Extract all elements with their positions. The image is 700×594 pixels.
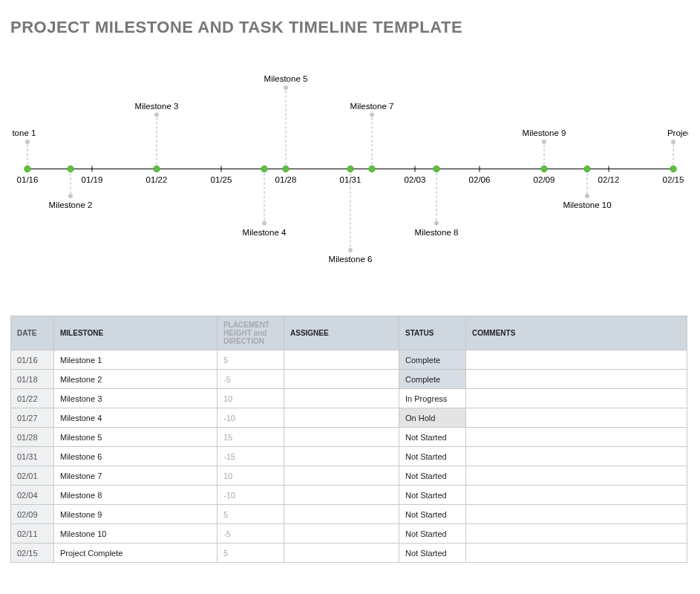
cell: Project Complete <box>54 544 217 563</box>
milestone-label: Milestone 4 <box>242 228 286 237</box>
axis-tick-label: 01/25 <box>210 175 232 184</box>
cell: -15 <box>217 447 284 466</box>
cell: 10 <box>217 466 284 486</box>
cell <box>284 486 399 505</box>
cell <box>466 428 687 447</box>
cell: 01/27 <box>11 408 54 428</box>
table-row: 02/09Milestone 95Not Started <box>11 505 687 524</box>
table-row: 02/15Project Complete5Not Started <box>11 544 687 563</box>
cell <box>466 447 687 466</box>
milestone-tip <box>671 140 676 144</box>
milestone-tip <box>154 113 159 117</box>
table-row: 01/18Milestone 2-5Complete <box>11 370 687 389</box>
cell <box>284 408 399 428</box>
cell: On Hold <box>399 408 466 428</box>
table-row: 01/16Milestone 15Complete <box>11 350 687 370</box>
cell: Milestone 3 <box>54 389 217 408</box>
cell <box>466 408 687 428</box>
cell <box>466 389 687 408</box>
cell: Milestone 6 <box>54 447 217 466</box>
table-row: 01/22Milestone 310In Progress <box>11 389 687 408</box>
milestone-label: Project Complete <box>667 128 687 137</box>
milestone-tip <box>542 140 546 144</box>
cell: 02/11 <box>11 524 54 544</box>
cell: Not Started <box>399 544 466 563</box>
milestone-tip <box>25 140 30 144</box>
axis-tick-label: 02/09 <box>533 175 555 184</box>
milestone-table: DATE MILESTONE PLACEMENT HEIGHT and DIRE… <box>10 316 687 563</box>
cell: Not Started <box>399 524 466 544</box>
milestone-dot <box>433 166 439 172</box>
cell <box>284 466 399 486</box>
cell: Not Started <box>399 447 466 466</box>
cell: Milestone 5 <box>54 428 217 447</box>
cell: Milestone 1 <box>54 350 217 370</box>
cell: 5 <box>217 350 284 370</box>
cell: Milestone 8 <box>54 486 217 505</box>
timeline-chart: 01/1601/1901/2201/2501/2801/3102/0302/06… <box>13 45 688 293</box>
cell: -5 <box>217 524 284 544</box>
cell: 01/22 <box>11 389 54 408</box>
cell <box>284 428 399 447</box>
col-placement: PLACEMENT HEIGHT and DIRECTION <box>217 316 284 350</box>
col-assignee: ASSIGNEE <box>284 316 399 350</box>
cell: 02/09 <box>11 505 54 524</box>
cell: Not Started <box>399 466 466 486</box>
table-row: 01/31Milestone 6-15Not Started <box>11 447 687 466</box>
col-milestone: MILESTONE <box>54 316 217 350</box>
milestone-tip <box>370 113 374 117</box>
axis-tick-label: 02/15 <box>662 175 684 184</box>
milestone-label: Milestone 7 <box>350 102 393 111</box>
axis-tick-label: 02/03 <box>404 175 425 184</box>
milestone-tip <box>284 85 288 90</box>
cell: Milestone 4 <box>54 408 217 428</box>
milestone-dot <box>670 166 676 172</box>
milestone-dot <box>282 166 288 172</box>
milestone-tip <box>434 221 439 226</box>
cell <box>284 544 399 563</box>
table-row: 02/04Milestone 8-10Not Started <box>11 486 687 505</box>
cell: In Progress <box>399 389 466 408</box>
milestone-tip <box>348 248 353 252</box>
cell: Milestone 9 <box>54 505 217 524</box>
milestone-tip <box>585 194 589 198</box>
milestone-label: Milestone 6 <box>328 255 372 264</box>
cell: 02/15 <box>11 544 54 563</box>
milestone-label: Milestone 9 <box>522 128 566 137</box>
axis-tick-label: 02/06 <box>468 175 490 184</box>
cell: Milestone 10 <box>54 524 217 544</box>
milestone-tip <box>68 194 73 198</box>
cell <box>284 370 399 389</box>
table-row: 02/01Milestone 710Not Started <box>11 466 687 486</box>
col-status: STATUS <box>399 316 466 350</box>
cell <box>466 524 687 544</box>
cell <box>284 524 399 544</box>
cell: Not Started <box>399 486 466 505</box>
milestone-dot <box>540 166 546 172</box>
cell: Milestone 2 <box>54 370 217 389</box>
cell: Milestone 7 <box>54 466 217 486</box>
cell: 10 <box>217 389 284 408</box>
milestone-dot <box>583 166 589 172</box>
col-date: DATE <box>11 316 54 350</box>
cell: 02/04 <box>11 486 54 505</box>
milestone-dot <box>347 166 353 172</box>
cell: 01/28 <box>11 428 54 447</box>
cell: 01/16 <box>11 350 54 370</box>
table-row: 01/28Milestone 515Not Started <box>11 428 687 447</box>
milestone-dot <box>67 166 73 172</box>
cell: Complete <box>399 350 466 370</box>
milestone-dot <box>368 166 374 172</box>
cell: Complete <box>399 370 466 389</box>
milestone-label: Milestone 10 <box>563 200 611 209</box>
page-title: PROJECT MILESTONE AND TASK TIMELINE TEMP… <box>10 18 690 37</box>
milestone-tip <box>262 221 266 226</box>
milestone-dot <box>24 166 30 172</box>
milestone-label: Milestone 1 <box>13 128 36 137</box>
table-header-row: DATE MILESTONE PLACEMENT HEIGHT and DIRE… <box>11 316 687 350</box>
milestone-label: Milestone 5 <box>264 74 307 83</box>
milestone-label: Milestone 3 <box>134 102 178 111</box>
table-row: 01/27Milestone 4-10On Hold <box>11 408 687 428</box>
axis-tick-label: 01/22 <box>145 175 167 184</box>
cell: 01/31 <box>11 447 54 466</box>
